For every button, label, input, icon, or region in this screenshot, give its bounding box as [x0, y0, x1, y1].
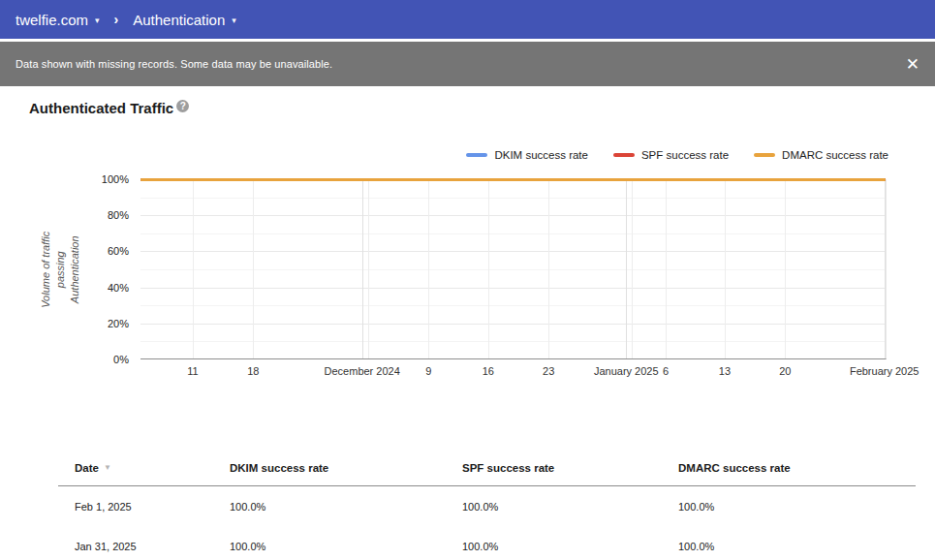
cell-dmarc: 100.0%: [678, 541, 916, 552]
column-header-dkim[interactable]: DKIM success rate: [230, 462, 462, 474]
column-header-label: Date: [75, 462, 99, 474]
y-tick-label: 20%: [108, 318, 129, 329]
warning-banner: Data shown with missing records. Some da…: [0, 42, 935, 86]
table-row: Feb 1, 2025100.0%100.0%100.0%: [58, 486, 916, 526]
section-label: Authentication: [133, 12, 225, 28]
app-header: twelfie.com ▾ › Authentication ▾: [0, 0, 935, 39]
legend-swatch-icon: [754, 153, 775, 157]
column-header-spf[interactable]: SPF success rate: [462, 462, 678, 474]
gridline: [193, 179, 194, 358]
cell-dkim: 100.0%: [230, 501, 462, 513]
legend-item: SPF success rate: [613, 149, 729, 161]
y-tick-label: 80%: [108, 209, 129, 221]
gridline: [253, 179, 254, 358]
gridline: [428, 179, 429, 358]
gridline: [488, 179, 489, 358]
column-header-date[interactable]: Date ▼: [75, 462, 230, 474]
gridline: [885, 179, 886, 358]
series-line-dmarc: [140, 178, 886, 181]
legend-label: SPF success rate: [641, 149, 729, 161]
authenticated-traffic-chart: DKIM success rateSPF success rateDMARC s…: [0, 136, 935, 397]
table-body: Feb 1, 2025100.0%100.0%100.0%Jan 31, 202…: [58, 486, 916, 560]
table-row: Jan 31, 2025100.0%100.0%100.0%: [58, 526, 916, 560]
cell-spf: 100.0%: [462, 501, 678, 513]
x-axis-labels: 1118December 202491623January 202561320F…: [140, 365, 887, 381]
chart-legend: DKIM success rateSPF success rateDMARC s…: [466, 149, 888, 161]
page-title-row: Authenticated Traffic ?: [29, 100, 189, 116]
x-tick-label: 13: [719, 365, 731, 377]
legend-item: DKIM success rate: [466, 149, 588, 161]
x-tick-label: January 2025: [594, 365, 659, 377]
page-title: Authenticated Traffic: [29, 100, 173, 116]
table-header-row: Date ▼ DKIM success rate SPF success rat…: [58, 450, 916, 486]
gridline: [632, 179, 633, 358]
y-tick-label: 0%: [113, 354, 129, 365]
x-tick-label: 16: [483, 365, 494, 377]
gridline: [368, 179, 369, 358]
legend-swatch-icon: [466, 153, 487, 157]
column-header-label: DMARC success rate: [678, 462, 791, 474]
x-tick-label: 9: [425, 365, 431, 377]
close-icon[interactable]: ✕: [900, 51, 925, 77]
column-header-label: SPF success rate: [462, 462, 554, 474]
legend-label: DKIM success rate: [494, 149, 588, 161]
x-tick-label: February 2025: [850, 365, 919, 377]
x-tick-label: 23: [543, 365, 554, 377]
gridline: [548, 179, 549, 358]
y-tick-label: 40%: [108, 282, 129, 294]
y-axis-labels: 0%20%40%60%80%100%: [0, 179, 129, 359]
auth-rates-table: Date ▼ DKIM success rate SPF success rat…: [58, 450, 916, 560]
gridline: [785, 179, 786, 358]
x-tick-label: 18: [247, 365, 259, 377]
gridline: [725, 179, 726, 358]
help-icon[interactable]: ?: [176, 100, 189, 112]
breadcrumb-chevron-icon: ›: [114, 12, 119, 27]
x-tick-label: 11: [187, 365, 198, 377]
plot-area[interactable]: [140, 179, 887, 359]
cell-date: Feb 1, 2025: [75, 501, 230, 513]
warning-message: Data shown with missing records. Some da…: [16, 58, 332, 70]
cell-spf: 100.0%: [462, 541, 678, 552]
column-header-label: DKIM success rate: [230, 462, 328, 474]
section-selector[interactable]: Authentication ▾: [133, 12, 236, 28]
legend-label: DMARC success rate: [782, 149, 888, 161]
gridline: [666, 179, 667, 358]
gridline: [626, 179, 627, 358]
chevron-down-icon: ▾: [232, 16, 236, 25]
cell-dkim: 100.0%: [230, 541, 462, 552]
gridline: [362, 179, 363, 358]
y-tick-label: 60%: [108, 245, 129, 257]
domain-label: twelfie.com: [16, 12, 88, 28]
x-tick-label: December 2024: [325, 365, 400, 377]
x-tick-label: 20: [779, 365, 791, 377]
cell-date: Jan 31, 2025: [75, 541, 230, 552]
column-header-dmarc[interactable]: DMARC success rate: [678, 462, 916, 474]
x-tick-label: 6: [663, 365, 669, 377]
legend-item: DMARC success rate: [754, 149, 888, 161]
chevron-down-icon: ▾: [95, 16, 100, 25]
cell-dmarc: 100.0%: [678, 501, 916, 513]
sort-descending-icon: ▼: [104, 463, 111, 472]
y-tick-label: 100%: [102, 173, 129, 185]
legend-swatch-icon: [613, 153, 635, 157]
domain-selector[interactable]: twelfie.com ▾: [16, 12, 100, 28]
